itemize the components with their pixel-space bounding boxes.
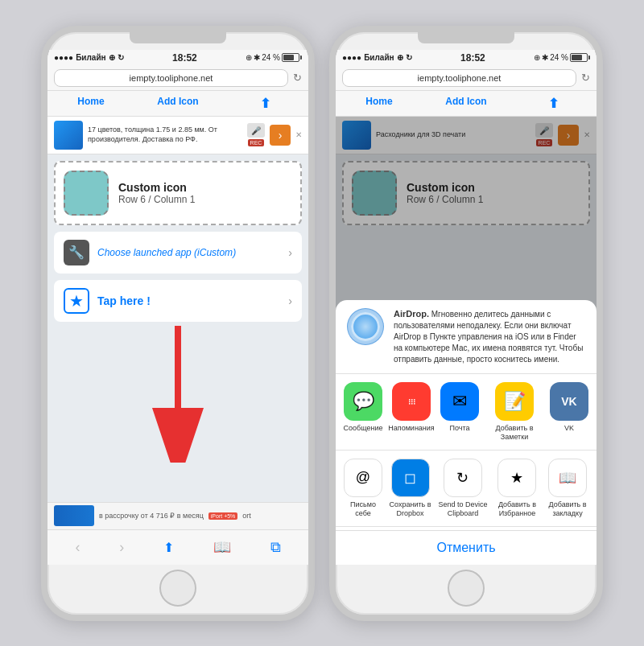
volume-down-button[interactable] xyxy=(41,219,43,261)
custom-icon-title-left: Custom icon xyxy=(118,181,195,194)
bookmarks-button-left[interactable]: 📖 xyxy=(210,535,234,559)
choose-app-row-left[interactable]: 🔧 Choose launched app (iCustom) › xyxy=(54,232,302,274)
battery-icon xyxy=(282,53,302,62)
action-mail-self[interactable]: @ Письмо себе xyxy=(342,459,384,518)
back-button-left[interactable]: ‹ xyxy=(72,536,83,559)
refresh-button-left[interactable]: ↻ xyxy=(293,72,302,84)
signal-dots-right: ●●●● xyxy=(342,53,361,62)
tabs-button-left[interactable]: ⧉ xyxy=(267,536,284,559)
status-bar-right: ●●●● Билайн ⊕ ↻ 18:52 ⊕ ✱ 24 % xyxy=(336,50,597,66)
wifi-icon-right: ⊕ xyxy=(397,53,403,62)
reminders-label: Напоминания xyxy=(388,424,434,433)
phone-right: ●●●● Билайн ⊕ ↻ 18:52 ⊕ ✱ 24 % xyxy=(329,26,603,621)
bookmark-icon: 📖 xyxy=(548,459,587,497)
vk-label: VK xyxy=(564,424,574,433)
phones-container: ●●●● Билайн ⊕ ↻ 18:52 ⊕ ✱ 24 % xyxy=(41,26,603,621)
home-button[interactable] xyxy=(159,570,196,607)
bookmark-label: Добавить в закладку xyxy=(545,500,590,518)
tab-add-icon-right[interactable]: Add Icon xyxy=(423,91,510,116)
carrier-name-right: Билайн xyxy=(364,53,394,62)
red-arrow-overlay xyxy=(146,318,210,466)
send-device-label: Send to Device Clipboard xyxy=(436,500,489,518)
tab-add-icon-left[interactable]: Add Icon xyxy=(134,91,221,116)
ad-rec-label: REC xyxy=(248,139,265,146)
mute-button[interactable] xyxy=(41,129,43,154)
choose-app-label: Choose launched app xyxy=(97,247,192,258)
tap-here-row-left[interactable]: ★ Tap here ! › xyxy=(54,280,302,322)
address-bar-container-right: iempty.tooliphone.net ↻ xyxy=(336,66,597,91)
ad-banner-left: 17 цветов, толщина 1.75 и 2.85 мм. От пр… xyxy=(47,117,308,154)
tap-here-text-left: Tap here ! xyxy=(97,294,280,307)
battery-icon-right xyxy=(570,53,590,62)
address-bar-left[interactable]: iempty.tooliphone.net xyxy=(54,69,288,87)
volume-up-button-right[interactable] xyxy=(329,167,331,209)
tab-home-left[interactable]: Home xyxy=(47,91,134,116)
wifi-icon: ⊕ xyxy=(109,53,115,62)
ad-right-left: 🎤 REC xyxy=(247,123,265,146)
screen-right: ●●●● Билайн ⊕ ↻ 18:52 ⊕ ✱ 24 % xyxy=(336,50,597,565)
power-button-right[interactable] xyxy=(601,167,603,224)
forward-button-left[interactable]: › xyxy=(116,536,127,559)
battery-pct: 24 % xyxy=(262,53,280,62)
tab-home-right[interactable]: Home xyxy=(336,91,423,116)
messages-icon: 💬 xyxy=(344,382,382,421)
bottom-ad-badge: iPort +5% xyxy=(208,512,238,520)
action-dropbox[interactable]: ◻ Сохранить в Dropbox xyxy=(387,459,433,518)
bottom-ad-left: в рассрочку от 4 716 ₽ в месяц iPort +5%… xyxy=(47,502,308,529)
share-button-left[interactable]: ⬆ xyxy=(160,537,177,558)
mail-self-icon: @ xyxy=(344,459,382,497)
volume-down-button-right[interactable] xyxy=(329,219,331,261)
airdrop-text: AirDrop. Мгновенно делитесь данными с по… xyxy=(394,308,585,365)
refresh-button-right[interactable]: ↻ xyxy=(581,72,590,84)
reminders-icon: ⁝⁝⁝ xyxy=(392,382,431,421)
send-device-icon: ↻ xyxy=(444,459,482,497)
status-time: 18:52 xyxy=(172,52,197,64)
custom-icon-text-left: Custom icon Row 6 / Column 1 xyxy=(118,181,195,205)
choose-app-text-left: Choose launched app (iCustom) xyxy=(97,247,280,258)
power-button[interactable] xyxy=(313,167,315,224)
choose-app-name: (iCustom) xyxy=(194,247,236,258)
cancel-button[interactable]: Отменить xyxy=(336,530,597,565)
messages-label: Сообщение xyxy=(344,424,383,433)
status-carrier: ●●●● Билайн ⊕ ↻ xyxy=(54,53,124,62)
nav-tabs-left: Home Add Icon ⬆ xyxy=(47,91,308,117)
share-tab-right[interactable]: ⬆ xyxy=(510,91,597,116)
signal-dots: ●●●● xyxy=(54,53,73,62)
status-icons-right: ⊕ ✱ 24 % xyxy=(534,53,590,62)
wrench-icon-left: 🔧 xyxy=(64,240,89,265)
notes-label: Добавить в Заметки xyxy=(487,424,542,442)
battery-pct-right: 24 % xyxy=(550,53,568,62)
action-bookmark[interactable]: 📖 Добавить в закладку xyxy=(545,459,590,518)
share-sheet: AirDrop. Мгновенно делитесь данными с по… xyxy=(336,300,597,565)
page-content-right: Расходники для 3D печати 🎤 REC › ✕ Custo… xyxy=(336,117,597,565)
home-button-right[interactable] xyxy=(448,570,485,607)
refresh-icon-status: ↻ xyxy=(118,53,124,62)
share-icon-reminders[interactable]: ⁝⁝⁝ Напоминания xyxy=(390,382,432,442)
action-send-device[interactable]: ↻ Send to Device Clipboard xyxy=(436,459,489,518)
share-icons-row: 💬 Сообщение ⁝⁝⁝ Напоминания ✉ Почта xyxy=(336,374,597,451)
bluetooth-icon-right: ✱ xyxy=(542,53,548,62)
airdrop-title: AirDrop. xyxy=(394,309,429,319)
ad-close-button[interactable]: ✕ xyxy=(295,130,302,139)
status-time-right: 18:52 xyxy=(460,52,485,64)
address-bar-right[interactable]: iempty.tooliphone.net xyxy=(342,69,576,87)
bluetooth-icon: ✱ xyxy=(254,53,260,62)
share-icon-messages[interactable]: 💬 Сообщение xyxy=(342,382,384,442)
mute-button-right[interactable] xyxy=(329,129,331,154)
bottom-ad-image xyxy=(54,505,94,526)
status-carrier-right: ●●●● Билайн ⊕ ↻ xyxy=(342,53,412,62)
ad-image-left xyxy=(54,121,83,150)
share-icon-notes[interactable]: 📝 Добавить в Заметки xyxy=(487,382,542,442)
action-favorites[interactable]: ★ Добавить в Избранное xyxy=(493,459,542,518)
dropbox-label: Сохранить в Dropbox xyxy=(387,500,433,518)
address-bar-container-left: iempty.tooliphone.net ↻ xyxy=(47,66,308,91)
volume-up-button[interactable] xyxy=(41,167,43,209)
location-icon-right: ⊕ xyxy=(534,53,540,62)
mail-self-label: Письмо себе xyxy=(342,500,384,518)
custom-icon-card-left[interactable]: Custom icon Row 6 / Column 1 xyxy=(54,161,302,225)
ad-arrow-button[interactable]: › xyxy=(270,125,291,146)
share-tab-left[interactable]: ⬆ xyxy=(221,91,308,116)
mail-icon: ✉ xyxy=(440,382,479,421)
share-icon-mail[interactable]: ✉ Почта xyxy=(439,382,481,442)
share-icon-vk[interactable]: VK VK xyxy=(548,382,590,442)
